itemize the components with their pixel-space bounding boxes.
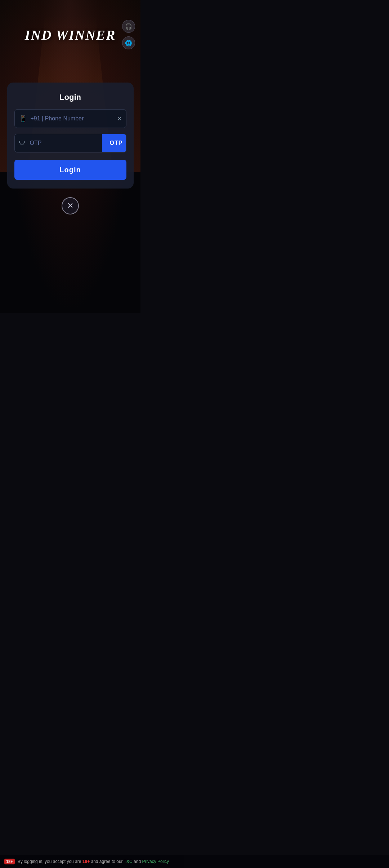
top-icons-container: 🎧 🌐 xyxy=(122,20,135,49)
close-icon: ✕ xyxy=(67,201,73,211)
globe-icon: 🌐 xyxy=(125,40,132,46)
language-icon-button[interactable]: 🌐 xyxy=(122,36,135,49)
send-otp-button[interactable]: OTP xyxy=(102,134,126,152)
clear-icon: ✕ xyxy=(117,116,122,122)
otp-input-row: 🛡 OTP xyxy=(14,134,126,152)
shield-icon: 🛡 xyxy=(15,140,30,147)
phone-input-row: 📱 ✕ xyxy=(14,109,126,128)
app-title: IND WINNER xyxy=(25,27,116,43)
headset-icon: 🎧 xyxy=(125,23,132,30)
close-modal-button[interactable]: ✕ xyxy=(62,197,79,214)
support-icon-button[interactable]: 🎧 xyxy=(122,20,135,33)
phone-input[interactable] xyxy=(31,115,113,122)
login-button[interactable]: Login xyxy=(14,160,126,180)
clear-phone-button[interactable]: ✕ xyxy=(117,115,122,122)
otp-input[interactable] xyxy=(30,140,102,146)
login-card: Login 📱 ✕ 🛡 OTP Login xyxy=(7,83,134,189)
phone-icon: 📱 xyxy=(19,115,27,123)
login-title: Login xyxy=(14,93,126,102)
